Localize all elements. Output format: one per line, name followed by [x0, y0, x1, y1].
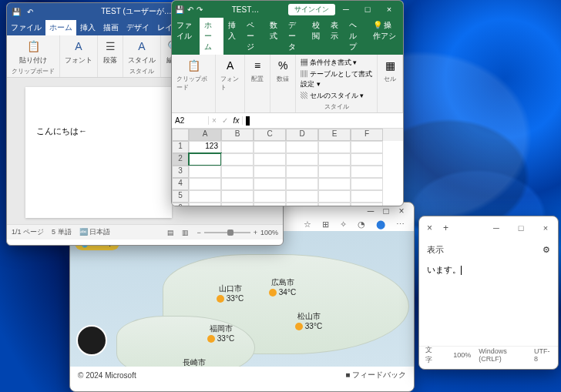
cell[interactable] [221, 203, 254, 206]
cell[interactable] [286, 203, 318, 206]
cell[interactable] [221, 166, 254, 178]
city-marker[interactable]: 広島市 34°C [269, 277, 296, 297]
tab-close-icon[interactable]: × [427, 223, 432, 233]
cell[interactable] [189, 178, 221, 190]
font-icon[interactable]: A [223, 58, 238, 73]
notepad-tab[interactable]: × + [419, 219, 462, 236]
max-button[interactable]: □ [380, 206, 392, 216]
cell[interactable] [221, 153, 254, 166]
extensions-icon[interactable]: ✧ [340, 219, 347, 231]
col-header[interactable]: D [286, 129, 318, 141]
tab-data[interactable]: データ [284, 18, 307, 55]
city-marker[interactable]: 松山市 33°C [295, 311, 322, 330]
enter-icon[interactable]: ✓ [220, 116, 230, 125]
cell[interactable] [351, 190, 383, 203]
cell[interactable] [189, 153, 221, 166]
tab-home[interactable]: ホーム [200, 18, 223, 55]
view-web-icon[interactable]: ▥ [182, 229, 189, 236]
format-table-button[interactable]: ▥ テーブルとして書式設定 ▾ [301, 69, 372, 89]
tab-help[interactable]: ヘルプ [344, 18, 368, 55]
compass-widget[interactable] [76, 325, 107, 356]
performance-icon[interactable]: ◔ [358, 219, 365, 231]
font-icon[interactable]: A [71, 39, 86, 54]
row-header[interactable]: 3 [172, 166, 189, 178]
cell[interactable] [351, 153, 383, 166]
copilot-icon[interactable]: ⬤ [376, 219, 385, 231]
col-header[interactable]: E [318, 129, 351, 141]
col-header[interactable]: C [254, 129, 286, 141]
zoom-slider[interactable] [204, 232, 250, 233]
zoom-value[interactable]: 100% [260, 229, 278, 236]
cell[interactable] [221, 178, 254, 190]
zoom-out-icon[interactable]: − [197, 229, 200, 236]
close-button[interactable]: × [378, 5, 400, 14]
save-icon[interactable]: 💾 [175, 5, 184, 14]
cell[interactable] [221, 141, 254, 153]
signin-button[interactable]: サインイン [288, 4, 335, 15]
tab-review[interactable]: 校閲 [307, 18, 326, 55]
zoom-value[interactable]: 100% [453, 351, 471, 359]
feedback-button[interactable]: ■ フィードバック [345, 370, 406, 380]
zoom-control[interactable]: − + 100% [197, 229, 278, 236]
max-button[interactable]: □ [509, 223, 533, 233]
city-marker[interactable]: 長崎市 [183, 357, 206, 367]
paste-icon[interactable]: 📋 [25, 39, 41, 54]
zoom-in-icon[interactable]: + [254, 229, 257, 236]
row-header[interactable]: 4 [172, 178, 189, 190]
cell[interactable] [318, 166, 351, 178]
cancel-icon[interactable]: × [209, 116, 220, 125]
cell[interactable] [286, 178, 318, 190]
paragraph-icon[interactable]: ☰ [102, 39, 118, 54]
cell[interactable] [318, 153, 351, 166]
cell[interactable] [254, 153, 286, 166]
cell[interactable] [351, 166, 383, 178]
cell[interactable] [351, 203, 383, 206]
menu-icon[interactable]: ⋯ [396, 219, 405, 231]
cell[interactable] [318, 178, 351, 190]
cell[interactable] [286, 166, 318, 178]
cell[interactable] [189, 203, 221, 206]
close-button[interactable]: × [533, 223, 558, 233]
fx-icon[interactable]: fx [230, 116, 243, 125]
cell[interactable]: 123 [189, 141, 221, 153]
conditional-format-button[interactable]: ▦ 条件付き書式 ▾ [301, 58, 357, 68]
view-print-icon[interactable]: ▤ [167, 229, 174, 236]
spreadsheet-grid[interactable]: A B C D E F 1 123 2 3 4 5 6 [172, 129, 403, 206]
row-header[interactable]: 6 [172, 203, 189, 206]
undo-icon[interactable]: ↶ [27, 8, 33, 16]
cell[interactable] [254, 141, 286, 153]
tab-file[interactable]: ファイル [172, 18, 200, 55]
weather-map[interactable]: 💧 🌡 ⇄ 山口市 33°C 広島市 34°C 福岡市 33°C 松山市 33°… [70, 231, 414, 367]
min-button[interactable]: ─ [335, 5, 357, 14]
formula-input[interactable] [243, 116, 403, 125]
notepad-editor[interactable]: います。 [419, 260, 558, 346]
cell[interactable] [318, 203, 351, 206]
cell[interactable] [286, 153, 318, 166]
number-icon[interactable]: % [275, 58, 291, 73]
tab-insert[interactable]: 挿入 [223, 18, 242, 55]
tab-pagelayout[interactable]: ページ [242, 18, 265, 55]
cell[interactable] [189, 166, 221, 178]
tab-home[interactable]: ホーム [45, 20, 76, 35]
row-header[interactable]: 1 [172, 141, 189, 153]
city-marker[interactable]: 山口市 33°C [217, 283, 244, 303]
language[interactable]: 🔤 日本語 [79, 227, 111, 237]
style-icon[interactable]: A [134, 39, 149, 54]
col-header[interactable]: F [351, 129, 383, 141]
cell[interactable] [254, 190, 286, 203]
save-icon[interactable]: 💾 [12, 8, 21, 16]
align-icon[interactable]: ≡ [250, 58, 265, 73]
max-button[interactable]: □ [357, 5, 378, 14]
paste-icon[interactable]: 📋 [186, 58, 201, 73]
col-header[interactable]: B [221, 129, 254, 141]
cell[interactable] [286, 141, 318, 153]
page-count[interactable]: 1/1 ページ [12, 227, 44, 237]
city-marker[interactable]: 福岡市 33°C [207, 323, 234, 343]
select-all-corner[interactable] [172, 129, 189, 141]
cell[interactable] [254, 178, 286, 190]
star-icon[interactable]: ☆ [304, 219, 311, 231]
view-menu[interactable]: 表示 [427, 244, 444, 256]
row-header[interactable]: 2 [172, 153, 189, 166]
tab-file[interactable]: ファイル [7, 20, 45, 35]
cell[interactable] [351, 178, 383, 190]
